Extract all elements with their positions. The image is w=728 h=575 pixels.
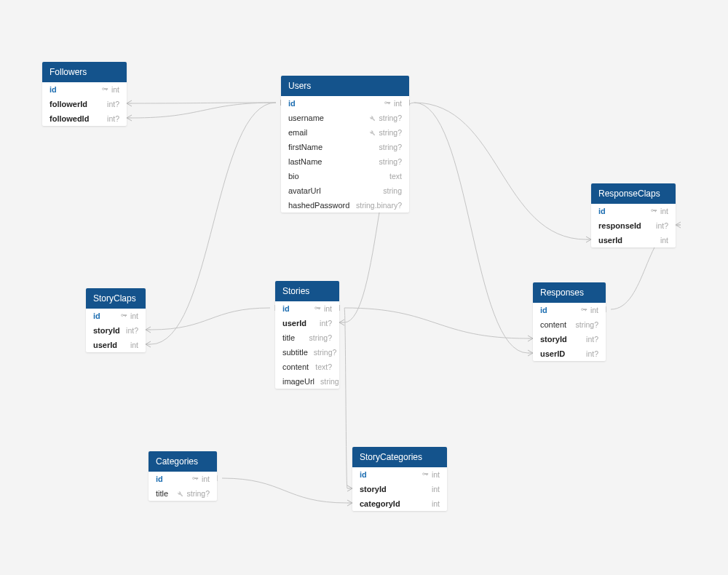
table-users[interactable]: Users id int username string? email stri… [281, 76, 409, 213]
table-row: lastName string? [281, 154, 409, 169]
col-name: subtitle [282, 348, 308, 357]
table-row: id int [86, 309, 146, 323]
table-row: username string? [281, 111, 409, 125]
col-name-id: id [598, 207, 606, 215]
table-row: id int [591, 204, 676, 218]
col-name: content [540, 320, 566, 329]
col-name: bio [288, 172, 299, 181]
col-name: storyId [540, 335, 567, 344]
table-row: title string? [275, 330, 339, 345]
table-row: userId int? [275, 316, 339, 330]
key-icon [384, 100, 391, 107]
table-row: storyId int? [533, 332, 606, 346]
col-name: followedId [50, 114, 89, 123]
col-name: categoryId [360, 499, 400, 508]
table-row: firstName string? [281, 140, 409, 154]
table-row: id int [281, 96, 409, 111]
table-responses[interactable]: Responses id int content string? storyId… [533, 282, 606, 361]
table-followers[interactable]: Followers id int followerId int? followe… [42, 62, 127, 126]
table-header: ResponseClaps [591, 183, 676, 204]
table-row: bio text [281, 169, 409, 183]
wrench-icon [369, 115, 376, 122]
table-header: Responses [533, 282, 606, 303]
table-header: Followers [42, 62, 127, 82]
key-icon [650, 207, 657, 215]
col-name: title [282, 333, 295, 342]
table-row: id int [352, 467, 447, 482]
table-header: StoryCategories [352, 447, 447, 467]
table-row: title string? [149, 486, 217, 501]
key-icon [101, 86, 108, 93]
table-row: storyId int? [86, 323, 146, 338]
col-name-id: id [540, 306, 547, 314]
col-name: userID [540, 349, 565, 358]
key-icon [191, 475, 199, 483]
key-icon [120, 312, 127, 320]
wrench-icon [369, 130, 376, 136]
col-name: username [288, 114, 324, 122]
table-story-claps[interactable]: StoryClaps id int storyId int? userId in… [86, 288, 146, 352]
table-header: Users [281, 76, 409, 96]
table-row: subtitle string? [275, 345, 339, 360]
table-row: followedId int? [42, 111, 127, 126]
table-row: id int [149, 472, 217, 486]
table-row: avatarUrl string [281, 183, 409, 198]
table-row: hashedPassword string.binary? [281, 198, 409, 213]
table-response-claps[interactable]: ResponseClaps id int responseId int? use… [591, 183, 676, 247]
table-row: followerId int? [42, 97, 127, 111]
table-row: categoryId int [352, 496, 447, 511]
table-row: userId int [86, 338, 146, 352]
col-name-id: id [50, 85, 57, 94]
col-name: userId [282, 319, 306, 328]
col-name: content [282, 362, 309, 371]
col-name: storyId [93, 326, 120, 335]
table-header: Stories [275, 281, 339, 301]
col-name: storyId [360, 485, 387, 493]
col-name: lastName [288, 157, 322, 166]
col-name: responseId [598, 221, 641, 230]
table-header: Categories [149, 451, 217, 472]
col-name: followerId [50, 100, 87, 108]
table-stories[interactable]: Stories id int userId int? title string?… [275, 281, 339, 389]
table-row: email string? [281, 125, 409, 140]
table-row: imageUrl string [275, 374, 339, 389]
key-icon [422, 471, 429, 478]
table-header: StoryClaps [86, 288, 146, 309]
wrench-icon [177, 491, 183, 497]
table-categories[interactable]: Categories id int title string? [149, 451, 217, 501]
col-name: firstName [288, 143, 323, 151]
col-name: email [288, 128, 307, 137]
col-name-id: id [288, 99, 296, 108]
table-story-categories[interactable]: StoryCategories id int storyId int categ… [352, 447, 447, 511]
table-row: id int [42, 82, 127, 97]
col-name-id: id [360, 470, 367, 479]
col-name: userId [93, 341, 117, 349]
col-name-id: id [282, 304, 290, 313]
key-icon [314, 305, 321, 312]
col-name: userId [598, 236, 622, 245]
table-row: id int [533, 303, 606, 317]
col-name: imageUrl [282, 377, 314, 386]
key-icon [580, 306, 587, 314]
table-row: userId int [591, 233, 676, 247]
table-row: storyId int [352, 482, 447, 496]
col-name-id: id [93, 312, 100, 320]
col-name: avatarUrl [288, 186, 321, 195]
col-name-id: id [156, 475, 163, 483]
table-row: content string? [533, 317, 606, 332]
table-row: content text? [275, 360, 339, 374]
col-name: title [156, 489, 168, 498]
table-row: id int [275, 301, 339, 316]
col-name: hashedPassword [288, 201, 349, 210]
table-row: responseId int? [591, 218, 676, 233]
table-row: userID int? [533, 346, 606, 361]
